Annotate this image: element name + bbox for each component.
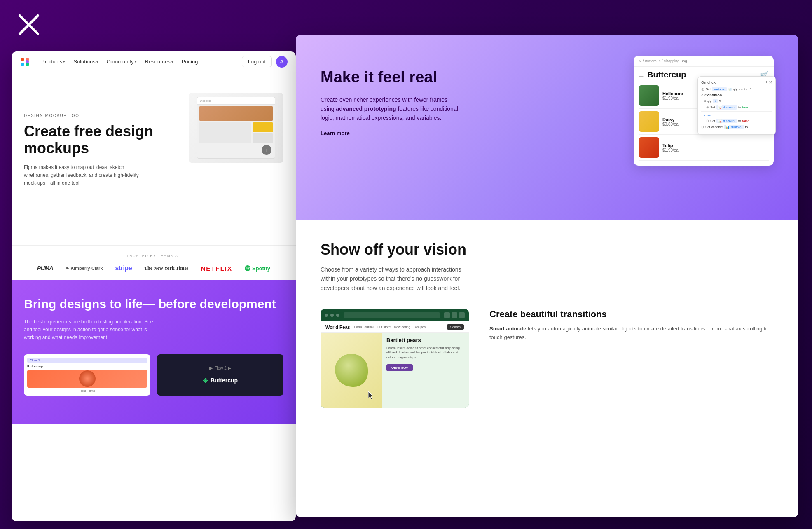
smart-animate-title: Create beautiful transitions: [489, 309, 774, 320]
right-browser-panel: Make it feel real Create even richer exp…: [296, 35, 798, 517]
cond-false: false: [742, 119, 749, 123]
nav-actions: Log out A: [242, 56, 288, 68]
item-name: Tulip: [662, 143, 769, 148]
svg-rect-2: [21, 63, 24, 66]
nyt-logo: The New York Times: [144, 265, 188, 272]
right-top-text: Make it feel real Create even richer exp…: [321, 56, 609, 137]
flow-cards: Flow 1 Buttercup Flora Farms ▶ Flow 2 ▶: [24, 354, 283, 396]
nav-resources[interactable]: Resources ▾: [142, 57, 177, 66]
wp-nav-store: Our store: [377, 325, 391, 329]
cond-text: 📊 qty: [728, 87, 737, 91]
smart-animate-desc: Smart animate lets you automagically ani…: [489, 325, 774, 342]
condition-panel: On click + ✕ ⊙ Set variable 📊 qty to qty…: [697, 76, 776, 135]
wp-product-title: Bartlett pears: [386, 337, 465, 343]
cond-value: 5: [719, 99, 721, 103]
netflix-logo: NETFLIX: [201, 265, 233, 272]
item-price: $1.99/ea: [662, 148, 769, 152]
wp-nav-farm: Farm Journal: [354, 325, 374, 329]
logout-button[interactable]: Log out: [242, 56, 272, 67]
cond-true: true: [742, 105, 748, 109]
cond-text: Set: [706, 87, 711, 91]
flow-1-image: [27, 370, 147, 388]
shop-item-tulip: Tulip $1.99/ea: [639, 135, 769, 161]
set-variable-icon: ⊙: [701, 87, 704, 91]
daisy-image: [639, 111, 659, 132]
left-browser-panel: Products ▾ Solutions ▾ Community ▾ Resou…: [12, 51, 296, 521]
cond-to-3: to ...: [745, 125, 752, 129]
trusted-label: TRUSTED BY TEAMS AT: [24, 254, 283, 258]
browser-bar: [321, 309, 469, 321]
cond-tag-lte: ≤: [713, 99, 718, 103]
flow-2-label: Flow 2 ▶: [214, 366, 231, 370]
chevron-down-icon: ▾: [135, 60, 137, 64]
site-logo[interactable]: [16, 12, 41, 39]
nav-pricing[interactable]: Pricing: [178, 57, 201, 66]
browser-icon: [452, 312, 457, 318]
shopping-app-mockup-container: M / Buttercup / Shopping Bag ☰ Buttercup…: [634, 56, 774, 166]
item-info: Tulip $1.99/ea: [662, 143, 769, 152]
clover-icon: ❋: [203, 377, 208, 384]
svg-point-4: [26, 60, 29, 63]
cond-tag-discount: 📊 discount: [716, 105, 737, 110]
cond-tag-discount-2: 📊 discount: [716, 119, 737, 123]
browser-url: [344, 312, 440, 318]
nav-items: Products ▾ Solutions ▾ Community ▾ Resou…: [38, 57, 234, 66]
kimberly-clark-logo: ❧ Kimberly-Clark: [66, 266, 103, 271]
set-icon: ⊙: [706, 105, 709, 109]
browser-dot: [325, 314, 328, 317]
wp-nav-recipes: Recipes: [414, 325, 426, 329]
flow-card-2: ▶ Flow 2 ▶ ❋ Buttercup: [157, 354, 283, 396]
cond-set: Set: [710, 105, 715, 109]
hellebore-image: [639, 85, 659, 106]
chevron-down-icon: ▾: [171, 60, 173, 64]
brand-logos-row: PUMA ❧ Kimberly-Clark stripe The New Yor…: [24, 264, 283, 272]
learn-more-link[interactable]: Learn more: [321, 130, 350, 136]
puma-logo: PUMA: [37, 265, 53, 272]
hamburger-icon: ☰: [639, 72, 644, 78]
nav-solutions[interactable]: Solutions ▾: [70, 57, 101, 66]
wp-nav-items: Farm Journal Our store Now eating Recipe…: [354, 325, 443, 329]
trusted-section: TRUSTED BY TEAMS AT PUMA ❧ Kimberly-Clar…: [12, 245, 296, 280]
shop-breadcrumb: M / Buttercup / Shopping Bag: [639, 59, 769, 63]
nav-products[interactable]: Products ▾: [38, 57, 68, 66]
plus-icon: + ✕: [765, 80, 772, 84]
wp-search-button[interactable]: Search: [447, 324, 464, 330]
cond-tag-subtotal: 📊 subtotal: [724, 125, 744, 129]
bottom-description: Choose from a variety of ways to approac…: [321, 265, 477, 293]
cond-if: if qty: [704, 99, 711, 103]
cond-to-2: to: [738, 119, 741, 123]
hero-text: DESIGN MOCKUP TOOL Create free design mo…: [24, 89, 180, 187]
bottom-title: Show off your vision: [321, 241, 774, 258]
stripe-logo: stripe: [115, 264, 132, 272]
wp-product-desc: Lorem ipsum dolor sit amet consectetur a…: [386, 346, 465, 360]
bring-description: The best experiences are built on testin…: [24, 318, 156, 342]
buttercup-label: Buttercup: [211, 377, 238, 384]
nav-community[interactable]: Community ▾: [103, 57, 140, 66]
world-peas-body: Bartlett pears Lorem ipsum dolor sit ame…: [321, 333, 469, 408]
pear-illustration: [335, 354, 368, 387]
browser-close-icon: [459, 312, 465, 318]
condition-title: On click: [701, 80, 716, 84]
pause-icon[interactable]: ⏸: [262, 145, 271, 155]
flow-card-1: Flow 1 Buttercup Flora Farms: [24, 354, 150, 396]
hero-section: DESIGN MOCKUP TOOL Create free design mo…: [12, 72, 296, 245]
world-peas-content: World Peas Farm Journal Our store Now ea…: [321, 321, 469, 408]
right-section-desc: Create even richer experiences with fewe…: [321, 95, 461, 123]
cond-text: to: [739, 87, 742, 91]
right-section-title: Make it feel real: [321, 68, 609, 87]
cond-set-2: Set: [710, 119, 715, 123]
world-peas-nav: World Peas Farm Journal Our store Now ea…: [321, 321, 469, 333]
wp-order-button[interactable]: Order now: [386, 364, 413, 371]
world-peas-brand: World Peas: [325, 325, 350, 330]
cursor-icon: [368, 391, 374, 400]
user-avatar[interactable]: A: [276, 56, 288, 68]
cond-set-3: Set variable: [705, 125, 723, 129]
right-bottom-section: Show off your vision Choose from a varie…: [296, 220, 798, 428]
wp-nav-now: Now eating: [394, 325, 410, 329]
left-lower-section: Bring designs to life— before developmen…: [12, 280, 296, 424]
cond-tag-variable: variable: [712, 87, 727, 91]
browser-dot: [330, 314, 334, 317]
hero-title: Create free design mockups: [24, 123, 180, 157]
set-variable-icon-2: ⊙: [701, 125, 704, 129]
right-top-section: Make it feel real Create even richer exp…: [296, 35, 798, 220]
